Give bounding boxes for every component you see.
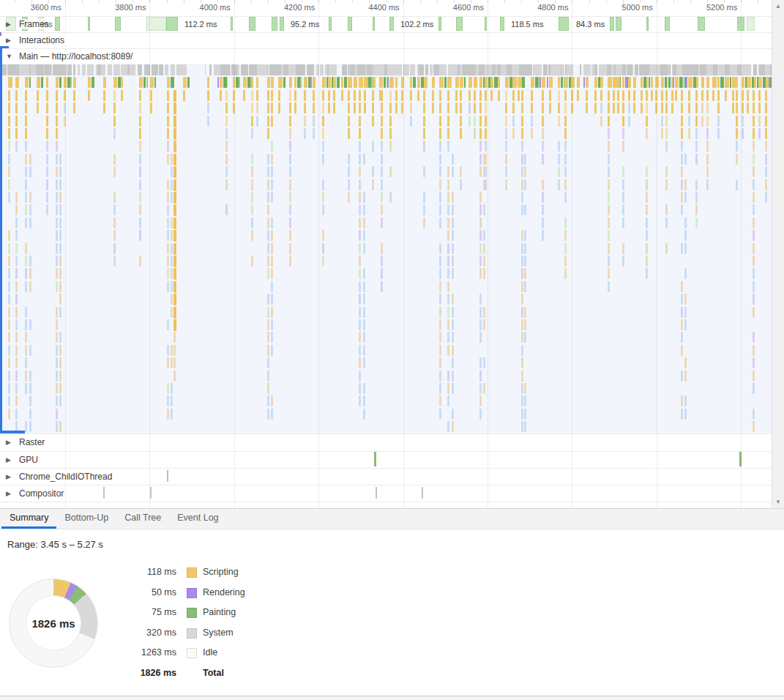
- flame-bar: [167, 103, 169, 113]
- flame-bar: [15, 90, 18, 101]
- flame-bar: [271, 409, 273, 420]
- flame-bar: [753, 154, 755, 165]
- flame-bar: [225, 154, 228, 165]
- flame-bar: [294, 77, 296, 88]
- flame-bar: [275, 64, 280, 75]
- flame-bar: [524, 421, 526, 432]
- ruler-tick: [521, 0, 522, 3]
- flame-bar: [439, 395, 441, 406]
- flame-bar: [447, 345, 449, 356]
- flame-bar: [695, 204, 698, 215]
- flame-bar: [460, 116, 462, 127]
- flame-bar: [294, 90, 296, 101]
- timeline-panel[interactable]: ▶ Frames ms ▶ Interactions ▼ Main — http…: [0, 0, 784, 509]
- flame-bar: [207, 77, 209, 88]
- flame-bar: [359, 256, 361, 267]
- flame-bar: [173, 90, 176, 102]
- flame-bar: [15, 294, 18, 305]
- flame-bar: [635, 64, 638, 75]
- ruler-tick: [251, 0, 252, 3]
- flame-bar: [251, 90, 253, 101]
- flame-bar: [8, 243, 10, 254]
- flame-bar: [748, 64, 750, 75]
- flame-bar: [207, 116, 209, 127]
- flame-bar: [121, 64, 127, 75]
- flame-bar: [243, 90, 245, 101]
- flame-bar: [719, 64, 723, 75]
- legend-label: Rendering: [203, 587, 245, 597]
- flame-bar: [289, 192, 291, 203]
- flame-bar: [423, 116, 425, 127]
- flame-bar: [364, 103, 366, 113]
- flame-bar: [25, 345, 27, 356]
- flame-bar: [701, 77, 704, 88]
- track-frames[interactable]: ▶ Frames ms: [0, 16, 772, 32]
- flame-bar: [753, 166, 755, 177]
- flame-bar: [267, 371, 269, 381]
- flame-bar: [78, 64, 80, 75]
- flame-bar: [542, 141, 544, 152]
- flame-bar: [622, 90, 624, 101]
- track-interactions[interactable]: ▶ Interactions: [0, 32, 772, 48]
- flame-bar: [655, 90, 657, 101]
- flame-bar: [417, 77, 420, 88]
- flame-bar: [661, 103, 663, 113]
- flame-bar: [313, 90, 315, 101]
- flame-bar: [113, 64, 120, 75]
- flame-bar: [483, 383, 485, 394]
- flame-bar: [521, 332, 523, 343]
- flame-bar: [671, 90, 673, 101]
- vertical-scrollbar[interactable]: ▲ ▼: [772, 0, 784, 509]
- flame-bar: [439, 77, 444, 88]
- track-childio[interactable]: ▶ Chrome_ChildIOThread: [0, 468, 772, 485]
- flame-bar: [401, 103, 403, 113]
- flame-bar: [725, 77, 729, 88]
- flame-bar: [549, 90, 551, 101]
- tab-event-log[interactable]: Event Log: [169, 509, 226, 529]
- flame-bar: [521, 307, 523, 318]
- track-gpu[interactable]: ▶ GPU: [0, 451, 772, 468]
- flame-bar: [651, 77, 653, 88]
- flame-bar: [492, 64, 496, 75]
- scroll-up-button[interactable]: ▲: [772, 3, 784, 10]
- flame-bar: [304, 77, 307, 88]
- flame-bar: [64, 90, 66, 101]
- track-raster[interactable]: ▶ Raster: [0, 433, 772, 451]
- flame-bar: [359, 281, 361, 292]
- scroll-down-button[interactable]: ▼: [772, 499, 784, 505]
- flame-bar: [15, 319, 18, 330]
- flame-bar: [485, 128, 487, 139]
- tab-bottom-up[interactable]: Bottom-Up: [56, 509, 116, 529]
- chevron-right-icon: ▶: [6, 456, 11, 463]
- flame-bar: [643, 77, 646, 88]
- track-main[interactable]: ▼ Main — http://localhost:8089/: [0, 48, 772, 64]
- flame-bar: [485, 77, 488, 88]
- flame-bar: [171, 64, 174, 75]
- main-flame-chart[interactable]: [0, 64, 772, 433]
- flame-bar: [460, 90, 462, 101]
- flame-bar: [8, 154, 10, 165]
- flame-bar: [150, 77, 154, 88]
- flame-bar: [267, 204, 269, 215]
- track-compositor[interactable]: ▶ Compositor: [0, 485, 772, 502]
- flame-bar: [8, 357, 10, 368]
- legend-label: Painting: [203, 607, 236, 617]
- flame-bar: [171, 154, 173, 165]
- flame-bar: [753, 128, 755, 139]
- flame-bar: [524, 256, 526, 267]
- flame-bar: [271, 345, 273, 356]
- flame-bar: [278, 103, 280, 113]
- flame-bar: [490, 90, 493, 101]
- flame-bar: [732, 77, 736, 88]
- flame-bar: [524, 332, 526, 343]
- tab-call-tree[interactable]: Call Tree: [116, 509, 169, 529]
- flame-bar: [483, 256, 485, 267]
- flame-bar: [688, 77, 692, 88]
- flame-bar: [411, 64, 415, 75]
- flame-bar: [524, 319, 526, 330]
- flame-bar: [423, 90, 425, 101]
- tab-summary[interactable]: Summary: [1, 509, 56, 529]
- flame-bar: [225, 90, 228, 101]
- flame-bar: [521, 128, 523, 139]
- flame-bar: [217, 77, 219, 88]
